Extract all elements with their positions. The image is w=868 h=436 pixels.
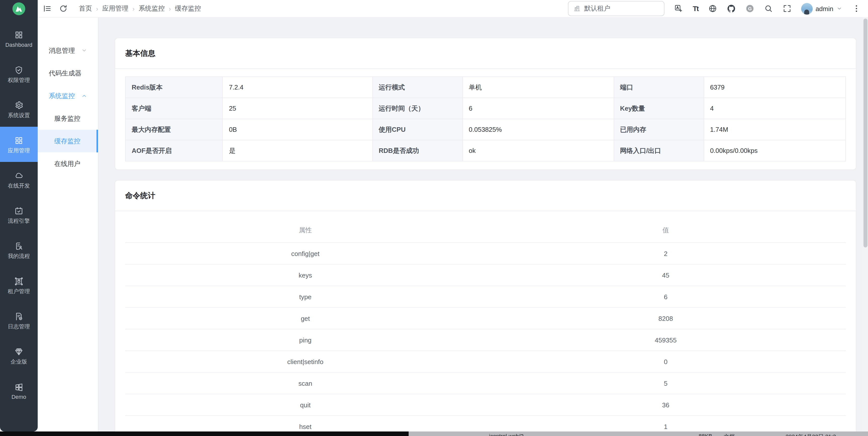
topbar-right: 默认租户 Tt (568, 1, 861, 16)
sidebar-item-label: Dashboard (5, 42, 32, 48)
refresh-icon[interactable] (59, 4, 68, 13)
stat-value: 6 (486, 286, 846, 308)
info-row: Redis版本7.2.4运行模式单机端口6379 (125, 77, 846, 98)
stat-name: ping (125, 329, 486, 351)
info-label: 端口 (614, 77, 704, 98)
menu-item-system-monitor[interactable]: 系统监控 (38, 85, 98, 107)
stat-name: hset (125, 416, 486, 432)
sidebar-item-label: Demo (11, 394, 26, 400)
clipped-window-bar: icontrol-web/?88KB文档2024年4月22日 21:3 (0, 432, 868, 436)
menu-item-label: 系统监控 (49, 91, 75, 100)
breadcrumb-item[interactable]: 缓存监控 (175, 4, 201, 13)
github-icon[interactable] (726, 4, 736, 13)
stats-row: keys45 (125, 264, 846, 286)
stats-row: client|setinfo0 (125, 351, 846, 372)
info-label: 使用CPU (372, 119, 462, 140)
info-value: 7.2.4 (223, 77, 372, 98)
stat-name: scan (125, 372, 486, 394)
sidebar-item-log-management[interactable]: 日志管理 (0, 303, 38, 338)
info-label: 运行模式 (372, 77, 462, 98)
info-value: ok (462, 140, 614, 161)
app-logo[interactable] (12, 2, 26, 16)
gitee-icon[interactable]: G (745, 4, 754, 13)
info-value: 1.74M (704, 119, 846, 140)
chevron-up-icon (82, 93, 87, 98)
translate-icon[interactable] (674, 4, 683, 13)
info-row: AOF是否开启是RDB是否成功ok网络入口/出口0.00kps/0.00kps (125, 140, 846, 161)
windows-icon (14, 382, 24, 391)
breadcrumb-separator-icon: › (96, 5, 98, 12)
basic-info-table: Redis版本7.2.4运行模式单机端口6379客户端25运行时间（天）6Key… (125, 77, 846, 162)
shield-icon (14, 65, 24, 75)
gem-icon (14, 347, 24, 356)
chevron-down-icon (836, 5, 842, 11)
info-label: Redis版本 (125, 77, 223, 98)
username: admin (815, 5, 833, 12)
sidebar-item-my-workflow[interactable]: 我的流程 (0, 232, 38, 267)
calendar-icon (14, 206, 24, 215)
stats-row: scan5 (125, 372, 846, 394)
stat-name: client|setinfo (125, 351, 486, 372)
sidebar-item-label: 日志管理 (8, 324, 30, 329)
user-menu[interactable]: admin (801, 3, 842, 14)
menu-item-message-management[interactable]: 消息管理 (38, 39, 98, 62)
stats-row: ping459355 (125, 329, 846, 351)
sidebar-item-permission[interactable]: 权限管理 (0, 56, 38, 91)
avatar[interactable] (801, 3, 812, 14)
sidebar-item-online-dev[interactable]: 在线开发 (0, 162, 38, 197)
menu-item-online-users[interactable]: 在线用户 (38, 152, 98, 175)
collapse-menu-icon[interactable] (43, 4, 52, 13)
sidebar-item-tenant-management[interactable]: 租户管理 (0, 267, 38, 303)
language-globe-icon[interactable] (708, 4, 717, 13)
stat-name: type (125, 286, 486, 308)
info-label: AOF是否开启 (125, 140, 223, 161)
sidebar-item-system-settings[interactable]: 系统设置 (0, 91, 38, 127)
search-icon[interactable] (764, 4, 773, 13)
info-value: 6379 (704, 77, 846, 98)
sidebar-item-enterprise[interactable]: 企业版 (0, 338, 38, 373)
stat-value: 459355 (486, 329, 846, 351)
info-value: 4 (704, 98, 846, 119)
doccheck-icon (14, 312, 24, 321)
stat-name: quit (125, 394, 486, 416)
grid-icon (14, 30, 24, 39)
fullscreen-icon[interactable] (782, 4, 792, 13)
kebab-menu-icon[interactable] (852, 4, 861, 13)
info-label: 最大内存配置 (125, 119, 223, 140)
stat-name: config|get (125, 243, 486, 264)
tenant-select[interactable]: 默认租户 (568, 1, 665, 16)
command-stats-card: 命令统计 属性 值 config|get2keys45type6get8208p… (115, 180, 857, 432)
breadcrumb-item[interactable]: 系统监控 (138, 4, 165, 13)
info-value: 0B (223, 119, 372, 140)
scrollbar-thumb[interactable] (864, 19, 868, 248)
font-size-icon[interactable]: Tt (693, 5, 699, 12)
sidebar-item-label: 流程引擎 (8, 218, 30, 224)
basic-info-card: 基本信息 Redis版本7.2.4运行模式单机端口6379客户端25运行时间（天… (115, 38, 857, 170)
stats-header-row: 属性 值 (125, 218, 846, 243)
sidebar-item-label: 租户管理 (8, 288, 30, 294)
stat-value: 8208 (486, 308, 846, 329)
menu-item-code-generator[interactable]: 代码生成器 (38, 62, 98, 85)
stat-value: 2 (486, 243, 846, 264)
command-stats-table: 属性 值 config|get2keys45type6get8208ping45… (125, 218, 846, 432)
sidebar-item-dashboard[interactable]: Dashboard (0, 21, 38, 56)
topbar-left: 首页›应用管理›系统监控›缓存监控 (43, 4, 201, 13)
sidebar-item-workflow-engine[interactable]: 流程引擎 (0, 197, 38, 232)
clipped-text-fragment: 文档 (724, 433, 735, 436)
sidebar-item-label: 权限管理 (8, 77, 30, 83)
stats-row: quit36 (125, 394, 846, 416)
info-value: 单机 (462, 77, 614, 98)
breadcrumb-item[interactable]: 首页 (79, 4, 92, 13)
menu-item-cache-monitor[interactable]: 缓存监控 (38, 130, 98, 152)
secondary-menu: 消息管理代码生成器系统监控服务监控缓存监控在线用户 (38, 18, 98, 432)
sidebar-item-app-management[interactable]: 应用管理 (0, 127, 38, 162)
menu-item-service-monitor[interactable]: 服务监控 (38, 107, 98, 130)
stats-row: hset1 (125, 416, 846, 432)
sidebar-item-demo[interactable]: Demo (0, 373, 38, 408)
breadcrumb-item[interactable]: 应用管理 (102, 4, 128, 13)
svg-text:G: G (748, 6, 752, 11)
scrollbar-track[interactable] (863, 17, 868, 432)
main-column: 首页›应用管理›系统监控›缓存监控 默认租户 (38, 0, 868, 432)
breadcrumb-separator-icon: › (132, 5, 135, 12)
stat-value: 1 (486, 416, 846, 432)
